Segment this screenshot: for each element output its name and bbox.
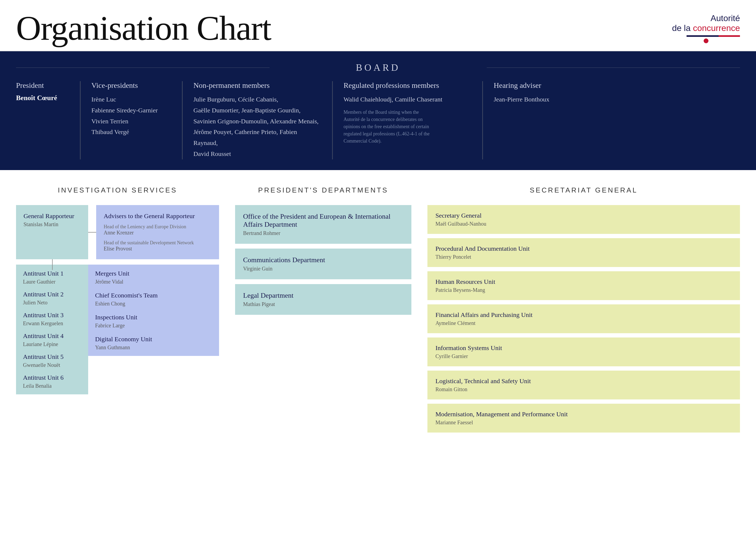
antitrust-col: Antitrust Unit 1 Laure Gauthier Antitrus… xyxy=(16,265,88,394)
secretariat-section: SECRETARIAT GENERAL Secretary General Ma… xyxy=(427,186,740,433)
logo-concurrence: concurrence xyxy=(693,23,740,33)
investigation-title: INVESTIGATION SERVICES xyxy=(16,186,219,194)
au5-title: Antitrust Unit 6 xyxy=(23,374,81,381)
sec-item-3-name: Aymeline Clément xyxy=(435,320,732,326)
au5-name: Leila Benalia xyxy=(23,383,81,389)
sec-item-2-name: Patricia Beysens-Mang xyxy=(435,287,732,293)
au1-title: Antitrust Unit 2 xyxy=(23,291,81,298)
sec-item-5-title: Logistical, Technical and Safety Unit xyxy=(435,377,732,385)
board-title: BOARD xyxy=(16,62,740,73)
investigation-section: INVESTIGATION SERVICES General Rapporteu… xyxy=(16,186,219,394)
vert-connector xyxy=(52,259,53,270)
board-col-vp: Vice-presidents Irène Luc Fabienne Sired… xyxy=(81,81,182,159)
hearing-title: Hearing adviser xyxy=(494,81,729,90)
adviser-2: Head of the sustainable Development Netw… xyxy=(104,240,212,252)
sec-item-5-name: Romain Gitton xyxy=(435,386,732,393)
pres-item-0: Office of the President and European & I… xyxy=(235,205,411,244)
sec-item-3-title: Financial Affairs and Purchasing Unit xyxy=(435,311,732,318)
au2-title: Antitrust Unit 3 xyxy=(23,312,81,319)
au2-name: Erwann Kerguelen xyxy=(23,320,81,326)
secretariat-title: SECRETARIAT GENERAL xyxy=(427,186,740,194)
ru2-title: Inspections Unit xyxy=(95,314,212,321)
logo-area: Autorité de la concurrence xyxy=(672,11,740,43)
sec-item-0-title: Secretary General xyxy=(435,212,732,219)
logo-text: Autorité de la concurrence xyxy=(672,13,740,33)
adviser-1-role: Head of the Leniency and Europe Division xyxy=(104,224,212,230)
vp-title: Vice-presidents xyxy=(91,81,171,90)
right-unit-2: Inspections Unit Fabrice Large xyxy=(95,314,212,329)
president-title: President xyxy=(16,81,69,90)
sec-item-4: Information Systems Unit Cyrille Garnier xyxy=(427,338,740,366)
pres-item-1: Communications Department Virginie Guin xyxy=(235,249,411,279)
adviser-2-role: Head of the sustainable Development Netw… xyxy=(104,240,212,246)
sec-item-1: Procedural And Documentation Unit Thierr… xyxy=(427,238,740,267)
pres-item-1-title: Communications Department xyxy=(243,256,403,264)
right-unit-1: Chief Economist's Team Eshien Chong xyxy=(95,292,212,307)
antitrust-unit-5: Antitrust Unit 6 Leila Benalia xyxy=(23,374,81,389)
board-columns: President Benoît Cœuré Vice-presidents I… xyxy=(16,81,740,159)
sec-item-6: Modernisation, Management and Performanc… xyxy=(427,404,740,433)
sec-item-3: Financial Affairs and Purchasing Unit Ay… xyxy=(427,304,740,333)
board-col-regulated: Regulated professions members Walid Chai… xyxy=(333,81,482,159)
adviser-2-name: Elise Provost xyxy=(104,246,212,252)
president-name: Benoît Cœuré xyxy=(16,94,69,102)
gen-rapporteur-name: Stanislas Martin xyxy=(23,221,81,227)
au3-title: Antitrust Unit 4 xyxy=(23,332,81,340)
ru3-name: Yann Guthmann xyxy=(95,344,212,350)
pres-item-0-title: Office of the President and European & I… xyxy=(243,213,403,229)
ru3-title: Digital Economy Unit xyxy=(95,336,212,343)
nonperm-names: Julie Burguburu, Cécile Cabanis, Gaëlle … xyxy=(193,94,321,159)
hearing-name: Jean-Pierre Bonthoux xyxy=(494,94,729,105)
antitrust-unit-1: Antitrust Unit 2 Julien Neto xyxy=(23,291,81,306)
sec-item-6-title: Modernisation, Management and Performanc… xyxy=(435,411,732,418)
board-section: BOARD President Benoît Cœuré Vice-presid… xyxy=(0,51,756,170)
main-content: INVESTIGATION SERVICES General Rapporteu… xyxy=(0,170,756,448)
au0-name: Laure Gauthier xyxy=(23,279,81,285)
sec-item-2: Human Resources Unit Patricia Beysens-Ma… xyxy=(427,271,740,300)
sec-item-4-title: Information Systems Unit xyxy=(435,344,732,352)
connector-h xyxy=(88,232,96,233)
au0-title: Antitrust Unit 1 xyxy=(23,270,81,277)
logo-line-decoration xyxy=(687,35,740,37)
gen-rapporteur-title: General Rapporteur xyxy=(23,213,81,220)
gen-rapporteur-box: General Rapporteur Stanislas Martin xyxy=(16,205,88,259)
sec-item-1-name: Thierry Poncelet xyxy=(435,254,732,260)
top-row: General Rapporteur Stanislas Martin Advi… xyxy=(16,205,219,259)
ru1-name: Eshien Chong xyxy=(95,301,212,307)
president-section-title: PRESIDENT'S DEPARTMENTS xyxy=(235,186,411,194)
secretariat-items: Secretary General Maël Guilbaud-Nanhou P… xyxy=(427,205,740,433)
pres-item-2-title: Legal Department xyxy=(243,292,403,300)
ru0-name: Jérôme Vidal xyxy=(95,279,212,285)
antitrust-unit-4: Antitrust Unit 5 Gwenaelle Nouët xyxy=(23,353,81,368)
sec-item-6-name: Marianne Faessel xyxy=(435,420,732,426)
pres-item-1-name: Virginie Guin xyxy=(243,266,403,272)
right-units-box: Mergers Unit Jérôme Vidal Chief Economis… xyxy=(88,265,219,356)
board-col-nonperm: Non-permanent members Julie Burguburu, C… xyxy=(183,81,332,159)
page-title: Organisation Chart xyxy=(16,11,271,45)
adviser-1: Head of the Leniency and Europe Division… xyxy=(104,224,212,236)
sec-item-0: Secretary General Maël Guilbaud-Nanhou xyxy=(427,205,740,234)
logo-line2-prefix: de la xyxy=(672,23,693,33)
president-section: PRESIDENT'S DEPARTMENTS Office of the Pr… xyxy=(235,186,411,315)
regulated-note: Members of the Board sitting when the Au… xyxy=(343,109,434,145)
antitrust-unit-3: Antitrust Unit 4 Lauriane Lépine xyxy=(23,332,81,347)
logo-line1: Autorité xyxy=(711,13,740,23)
president-items: Office of the President and European & I… xyxy=(235,205,411,315)
ru2-name: Fabrice Large xyxy=(95,322,212,329)
board-col-hearing: Hearing adviser Jean-Pierre Bonthoux xyxy=(483,81,740,159)
pres-item-0-name: Bertrand Rohmer xyxy=(243,230,403,236)
au1-name: Julien Neto xyxy=(23,300,81,306)
page-header: Organisation Chart Autorité de la concur… xyxy=(0,0,756,51)
advisers-title: Advisers to the General Rapporteur xyxy=(104,213,212,220)
au4-title: Antitrust Unit 5 xyxy=(23,353,81,361)
ru0-title: Mergers Unit xyxy=(95,270,212,277)
vp-names: Irène Luc Fabienne Siredey-Garnier Vivie… xyxy=(91,94,171,138)
right-unit-0: Mergers Unit Jérôme Vidal xyxy=(95,270,212,285)
logo-dot xyxy=(704,38,709,43)
antitrust-box: Antitrust Unit 1 Laure Gauthier Antitrus… xyxy=(16,265,88,394)
au4-name: Gwenaelle Nouët xyxy=(23,362,81,368)
pres-item-2-name: Mathias Pigeat xyxy=(243,301,403,307)
regulated-names: Walid Chaiehloudj, Camille Chaserant xyxy=(343,94,472,105)
antitrust-unit-2: Antitrust Unit 3 Erwann Kerguelen xyxy=(23,312,81,326)
sec-item-1-title: Procedural And Documentation Unit xyxy=(435,245,732,252)
